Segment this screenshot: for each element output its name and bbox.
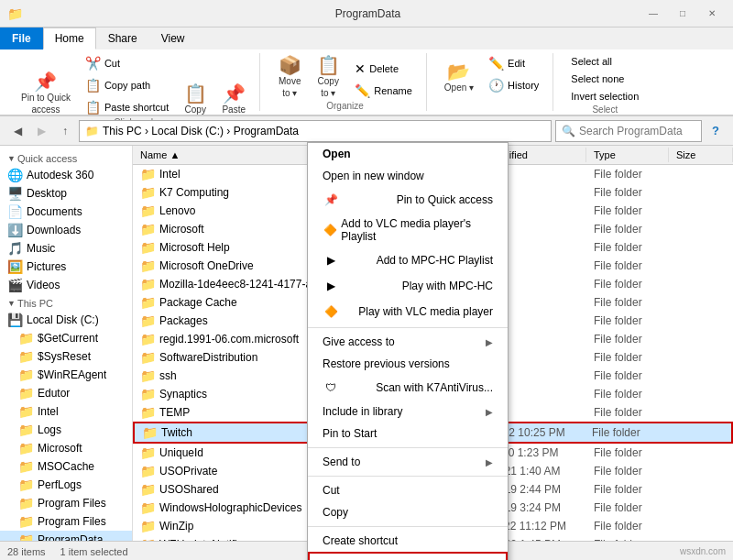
ctx-sep-2 [308,447,508,448]
folder-icon: 📁 [140,295,156,310]
sidebar-item-microsoft[interactable]: 📁 Microsoft [0,439,132,457]
sidebar-item-winreagent[interactable]: 📁 $WinREAgent [0,366,132,384]
sidebar-item-edutor[interactable]: 📁 Edutor [0,384,132,402]
paste-shortcut-button[interactable]: 📋 Paste shortcut [79,97,175,117]
tab-home[interactable]: Home [43,27,96,49]
tab-file[interactable]: File [0,27,43,49]
sidebar-item-perflogs[interactable]: 📁 PerfLogs [0,476,132,494]
edit-button[interactable]: ✏️ Edit [482,53,545,73]
copy-icon: 📋 [184,84,207,103]
quick-access-section[interactable]: ▼ Quick access [0,149,132,166]
folder-icon: 📁 [140,350,156,365]
folder-icon: 🌐 [7,168,23,182]
this-pc-label: This PC [17,298,53,309]
close-button[interactable]: ✕ [698,5,726,23]
organize-label: Organize [326,101,364,113]
sidebar-item-intel[interactable]: 📁 Intel [0,402,132,421]
copy-path-icon: 📋 [85,78,101,93]
folder-icon: 📁 [18,331,34,346]
sidebar-item-documents[interactable]: 📄 Documents [0,203,132,221]
sidebar-item-music[interactable]: 🎵 Music [0,239,132,258]
ctx-cut[interactable]: Cut [308,479,508,501]
ctx-delete[interactable]: Delete [308,552,508,560]
sidebar-item-desktop[interactable]: 🖥️ Desktop [0,184,132,203]
col-size-header[interactable]: Size [669,148,733,162]
help-button[interactable]: ? [706,121,726,141]
open-button[interactable]: 📂 Open ▾ [438,60,480,95]
clipboard-buttons: 📌 Pin to Quick access ✂️ Cut 📋 Copy path… [15,53,252,117]
folder-icon: 📁 [140,277,156,291]
tab-view[interactable]: View [149,27,197,49]
sidebar-item-downloads[interactable]: ⬇️ Downloads [0,221,132,239]
minimize-button[interactable]: — [640,5,667,23]
organize-buttons: 📦 Move to ▾ 📋 Copy to ▾ ✕ Delete ✏️ [271,53,419,101]
ctx-create-shortcut[interactable]: Create shortcut [308,530,508,552]
sidebar-item-getcurrent[interactable]: 📁 $GetCurrent [0,329,132,347]
folder-icon: 📁 [18,349,34,364]
rename-button[interactable]: ✏️ Rename [348,81,419,101]
folder-icon: 📁 [140,185,156,200]
sidebar-item-pictures[interactable]: 🖼️ Pictures [0,258,132,276]
back-button[interactable]: ◀ [7,121,27,141]
copy-to-button[interactable]: 📋 Copy to ▾ [310,53,346,101]
path-icon: 📁 [85,125,99,137]
address-path[interactable]: 📁 This PC › Local Disk (C:) › ProgramDat… [79,120,552,142]
copy-button[interactable]: 📋 Copy [177,82,213,117]
ctx-restore-versions[interactable]: Restore previous versions [308,353,508,375]
select-all-button[interactable]: Select all [564,53,645,70]
context-menu: Open Open in new window 📌 Pin to Quick a… [307,142,509,560]
move-icon: 📦 [279,56,301,74]
sidebar-item-msocache[interactable]: 📁 MSOCache [0,457,132,476]
ctx-play-mpc[interactable]: ▶ Play with MPC-HC [308,273,508,299]
ctx-include-library[interactable]: Include in library ▶ [308,401,508,423]
clipboard-group: 📌 Pin to Quick access ✂️ Cut 📋 Copy path… [7,53,260,111]
sidebar-item-videos[interactable]: 🎬 Videos [0,276,132,294]
delete-button[interactable]: ✕ Delete [348,59,419,79]
folder-icon: 📁 [140,482,156,497]
paste-button[interactable]: 📌 Paste [215,82,252,117]
ctx-open-new-window[interactable]: Open in new window [308,165,508,187]
open-group: 📂 Open ▾ ✏️ Edit 🕐 History [431,53,553,111]
cut-button[interactable]: ✂️ Cut [79,53,175,73]
ctx-play-vlc[interactable]: 🔶 Play with VLC media player [308,299,508,324]
ctx-send-to[interactable]: Send to ▶ [308,451,508,473]
ctx-sep-3 [308,476,508,477]
folder-icon: 📁 [18,533,34,541]
pin-quick-access-button[interactable]: 📌 Pin to Quick access [15,70,77,117]
move-to-button[interactable]: 📦 Move to ▾ [271,53,308,101]
forward-button[interactable]: ▶ [31,121,51,141]
folder-icon: 📁 [140,203,156,218]
sidebar-item-logs[interactable]: 📁 Logs [0,421,132,439]
folder-icon: 📁 [140,445,156,460]
selected-count: 1 item selected [60,546,128,557]
copy-path-button[interactable]: 📋 Copy path [79,75,175,95]
sidebar-item-localdisk[interactable]: 💾 Local Disk (C:) [0,311,132,329]
up-button[interactable]: ↑ [55,121,75,141]
ctx-pin-start[interactable]: Pin to Start [308,423,508,445]
history-button[interactable]: 🕐 History [482,75,545,95]
sidebar-item-programdata[interactable]: 📁 ProgramData [0,531,132,541]
ctx-scan-k7[interactable]: 🛡 Scan with K7AntiVirus... [308,375,508,401]
sidebar-item-programfiles2[interactable]: 📁 Program Files [0,512,132,531]
sidebar-item-autodesk[interactable]: 🌐 Autodesk 360 [0,166,132,184]
ctx-give-access[interactable]: Give access to ▶ [308,331,508,353]
this-pc-arrow: ▼ [7,299,16,308]
col-type-header[interactable]: Type [586,148,669,162]
sidebar-item-sysreset[interactable]: 📁 $SysReset [0,347,132,366]
ctx-pin-quick-access[interactable]: 📌 Pin to Quick access [308,187,508,213]
sidebar-item-programfiles1[interactable]: 📁 Program Files [0,494,132,512]
folder-icon: 📁 [140,368,156,383]
folder-icon: ⬇️ [7,223,23,237]
this-pc-section[interactable]: ▼ This PC [0,294,132,311]
select-none-button[interactable]: Select none [564,71,645,87]
tab-share[interactable]: Share [96,27,149,49]
folder-icon: 📁 [140,240,156,255]
search-input[interactable] [579,125,695,137]
ctx-copy[interactable]: Copy [308,501,508,523]
maximize-button[interactable]: □ [669,5,696,23]
ctx-add-vlc-playlist[interactable]: 🔶 Add to VLC media player's Playlist [308,213,508,247]
ctx-add-mpc-playlist[interactable]: ▶ Add to MPC-HC Playlist [308,247,508,273]
invert-selection-button[interactable]: Invert selection [564,88,645,104]
pin-ctx-icon: 📌 [323,192,339,208]
ctx-open[interactable]: Open [308,143,508,165]
